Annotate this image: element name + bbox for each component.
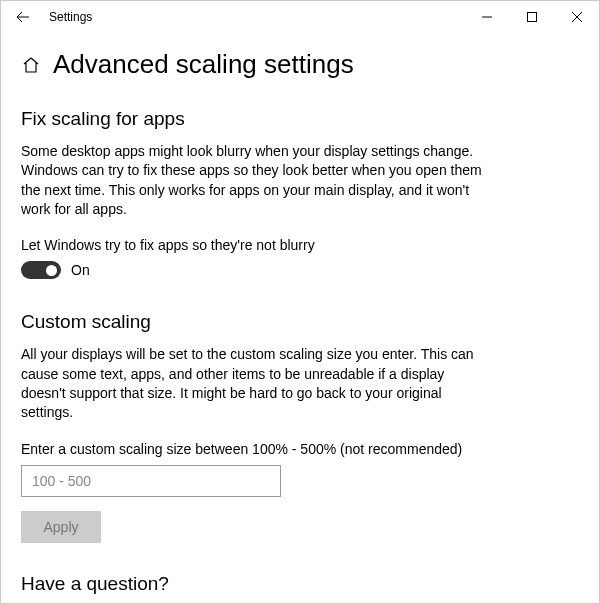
custom-scaling-input[interactable] xyxy=(21,465,281,497)
content-scroll[interactable]: Advanced scaling settings Fix scaling fo… xyxy=(1,33,599,603)
fix-blurry-toggle-state: On xyxy=(71,262,90,278)
content: Advanced scaling settings Fix scaling fo… xyxy=(1,33,599,603)
home-icon[interactable] xyxy=(21,55,41,75)
page-header: Advanced scaling settings xyxy=(21,49,579,80)
apply-button[interactable]: Apply xyxy=(21,511,101,543)
fix-scaling-toggle-label: Let Windows try to fix apps so they're n… xyxy=(21,237,579,253)
page-title: Advanced scaling settings xyxy=(53,49,354,80)
toggle-knob xyxy=(46,265,57,276)
custom-scaling-input-label: Enter a custom scaling size between 100%… xyxy=(21,441,579,457)
fix-scaling-toggle-row: On xyxy=(21,261,579,279)
arrow-left-icon xyxy=(16,10,30,24)
window-title: Settings xyxy=(49,10,92,24)
settings-window: Settings Advanced scaling settings Fix s… xyxy=(0,0,600,604)
caption-buttons xyxy=(464,2,599,32)
custom-scaling-heading: Custom scaling xyxy=(21,311,579,333)
minimize-button[interactable] xyxy=(464,2,509,32)
fix-blurry-toggle[interactable] xyxy=(21,261,61,279)
close-icon xyxy=(572,12,582,22)
svg-rect-0 xyxy=(527,13,536,22)
maximize-icon xyxy=(527,12,537,22)
fix-scaling-heading: Fix scaling for apps xyxy=(21,108,579,130)
fix-scaling-description: Some desktop apps might look blurry when… xyxy=(21,142,491,219)
close-button[interactable] xyxy=(554,2,599,32)
back-button[interactable] xyxy=(9,3,37,31)
custom-scaling-description: All your displays will be set to the cus… xyxy=(21,345,491,422)
minimize-icon xyxy=(482,12,492,22)
maximize-button[interactable] xyxy=(509,2,554,32)
help-heading: Have a question? xyxy=(21,573,579,595)
titlebar: Settings xyxy=(1,1,599,33)
